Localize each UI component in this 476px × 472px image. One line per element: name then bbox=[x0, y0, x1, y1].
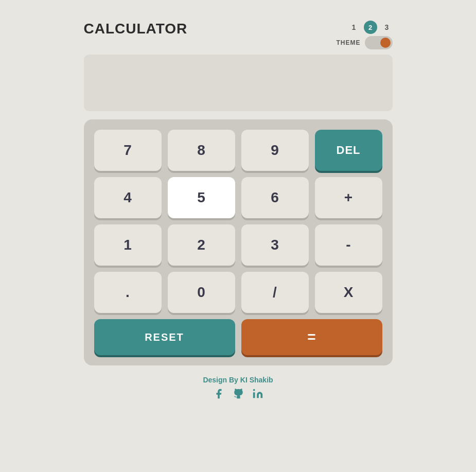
key-8[interactable]: 8 bbox=[168, 130, 235, 171]
svg-point-0 bbox=[253, 389, 255, 391]
theme-num-1[interactable]: 1 bbox=[348, 23, 360, 31]
github-icon bbox=[233, 388, 244, 399]
key-1[interactable]: 1 bbox=[94, 224, 162, 266]
key-dot[interactable]: . bbox=[94, 272, 162, 313]
key-6[interactable]: 6 bbox=[241, 177, 309, 218]
key-0[interactable]: 0 bbox=[168, 272, 235, 313]
toggle-knob bbox=[380, 38, 391, 48]
keypad-container: 7 8 9 DEL 4 5 6 + 1 2 3 - . 0 / X RESET … bbox=[84, 119, 393, 365]
key-2[interactable]: 2 bbox=[168, 224, 235, 266]
theme-toggle-row: THEME bbox=[337, 36, 393, 49]
display-area bbox=[84, 55, 393, 111]
key-4[interactable]: 4 bbox=[94, 177, 162, 218]
footer: Design By KI Shakib bbox=[84, 376, 393, 402]
theme-numbers: 1 2 3 bbox=[348, 21, 393, 34]
theme-toggle[interactable] bbox=[365, 36, 393, 49]
key-divide[interactable]: / bbox=[241, 272, 309, 313]
key-plus[interactable]: + bbox=[315, 177, 382, 218]
key-multiply[interactable]: X bbox=[315, 272, 382, 313]
bottom-row: RESET = bbox=[94, 319, 382, 355]
key-5[interactable]: 5 bbox=[168, 177, 235, 218]
linkedin-icon bbox=[252, 388, 263, 399]
theme-num-3[interactable]: 3 bbox=[381, 23, 393, 31]
app-container: CALCULATOR 1 2 3 THEME 7 8 9 DEL bbox=[84, 21, 393, 402]
key-7[interactable]: 7 bbox=[94, 130, 162, 171]
github-link[interactable] bbox=[233, 388, 244, 402]
header-row: CALCULATOR 1 2 3 THEME bbox=[84, 21, 393, 49]
key-9[interactable]: 9 bbox=[241, 130, 309, 171]
keypad-grid: 7 8 9 DEL 4 5 6 + 1 2 3 - . 0 / X bbox=[94, 130, 382, 313]
theme-label: THEME bbox=[337, 39, 361, 46]
reset-button[interactable]: RESET bbox=[94, 319, 235, 355]
key-minus[interactable]: - bbox=[315, 224, 382, 266]
footer-credit: Design By KI Shakib bbox=[84, 376, 393, 384]
theme-num-2[interactable]: 2 bbox=[364, 21, 377, 34]
key-del[interactable]: DEL bbox=[315, 130, 382, 171]
facebook-link[interactable] bbox=[213, 388, 224, 402]
facebook-icon bbox=[213, 388, 224, 399]
linkedin-link[interactable] bbox=[252, 388, 263, 402]
key-3[interactable]: 3 bbox=[241, 224, 309, 266]
footer-icons bbox=[84, 388, 393, 402]
theme-controls: 1 2 3 THEME bbox=[337, 21, 393, 49]
calculator-title: CALCULATOR bbox=[84, 21, 188, 37]
equals-button[interactable]: = bbox=[241, 319, 382, 355]
